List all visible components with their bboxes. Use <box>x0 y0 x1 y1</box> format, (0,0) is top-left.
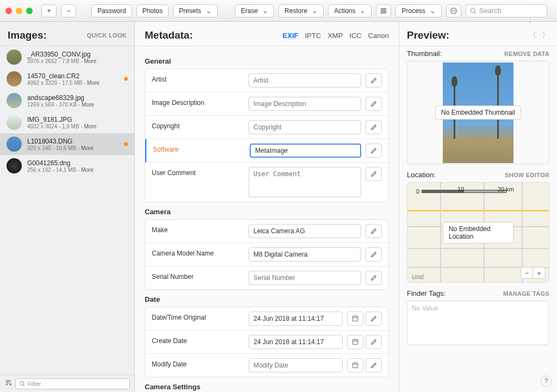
photos-button[interactable]: Photos <box>137 4 169 17</box>
image-list: _AR33950_CONV.jpg 3976 x 2652 - 7,8 MB -… <box>0 46 134 375</box>
field-label-user-comment: User Comment <box>152 167 244 177</box>
filter-placeholder: Filter <box>28 381 41 387</box>
svg-rect-13 <box>352 363 358 368</box>
tab-icc[interactable]: ICC <box>349 32 361 40</box>
zoom-in-button[interactable]: + <box>533 267 545 278</box>
more-link[interactable]: More <box>87 80 100 86</box>
sort-icon[interactable] <box>4 379 12 388</box>
software-input[interactable] <box>250 144 361 158</box>
image-item[interactable]: IMG_9181.JPG 4032 x 3024 - 1,9 MB - More <box>0 111 134 133</box>
edit-icon[interactable] <box>366 167 382 181</box>
model-input[interactable] <box>249 247 361 262</box>
more-link[interactable]: More <box>84 58 97 64</box>
image-meta: 320 x 240 - 10,6 MB - More <box>27 145 128 151</box>
quick-look-button[interactable]: QUICK LOOK <box>87 32 127 39</box>
search-input[interactable]: Search <box>466 4 547 17</box>
calendar-icon[interactable] <box>347 335 363 349</box>
edit-icon[interactable] <box>366 358 382 372</box>
field-label-date-original: Date/Time Original <box>152 312 244 321</box>
filter-input[interactable]: Filter <box>15 378 130 389</box>
add-button[interactable]: + <box>41 4 57 17</box>
image-name: _AR33950_CONV.jpg <box>27 51 128 58</box>
image-name: 14570_clean.CR2 <box>27 72 128 80</box>
restore-dropdown[interactable]: Restore <box>278 4 324 17</box>
svg-point-9 <box>20 381 24 385</box>
edit-icon[interactable] <box>366 271 382 285</box>
zoom-out-button[interactable]: − <box>521 267 533 278</box>
next-icon[interactable]: 〉 <box>542 30 549 40</box>
modify-date-input[interactable] <box>249 358 343 372</box>
remove-button[interactable]: − <box>61 4 76 17</box>
tab-iptc[interactable]: IPTC <box>305 32 321 40</box>
more-button[interactable] <box>446 4 461 17</box>
svg-rect-12 <box>352 340 358 345</box>
copyright-input[interactable] <box>249 120 361 134</box>
more-link[interactable]: More <box>84 123 97 129</box>
search-icon <box>469 7 477 15</box>
close-window-button[interactable] <box>5 8 12 14</box>
edit-icon[interactable] <box>366 335 382 349</box>
tab-canon[interactable]: Canon <box>368 32 389 40</box>
tab-xmp[interactable]: XMP <box>327 32 343 40</box>
process-dropdown[interactable]: Process <box>395 4 441 17</box>
help-button[interactable]: ? <box>541 376 552 387</box>
image-meta: 256 x 192 - 14,1 MB - More <box>27 167 128 173</box>
edit-icon[interactable] <box>366 120 382 134</box>
zoom-window-button[interactable] <box>26 8 33 14</box>
erase-dropdown[interactable]: Erase <box>235 4 274 17</box>
preview-panel: Preview: 〈 〉 Thumbnail: REMOVE DATA No E… <box>399 22 557 392</box>
image-item[interactable]: andscape68329.jpg 1269 x 569 - 370 KB - … <box>0 90 134 111</box>
prev-icon[interactable]: 〈 <box>529 30 536 40</box>
user-comment-input[interactable] <box>249 167 361 197</box>
edit-icon[interactable] <box>366 312 382 326</box>
more-link[interactable]: More <box>81 167 94 173</box>
calendar-icon[interactable] <box>347 312 363 326</box>
edit-icon[interactable] <box>366 224 382 238</box>
map-box[interactable]: 0 10 20 km No Embedded Location Legal − … <box>407 182 549 283</box>
image-meta: 3976 x 2652 - 7,8 MB - More <box>27 58 128 64</box>
more-link[interactable]: More <box>82 102 94 108</box>
actions-dropdown[interactable]: Actions <box>328 4 372 17</box>
search-placeholder: Search <box>479 7 502 15</box>
manage-tags-button[interactable]: MANAGE TAGS <box>503 290 549 297</box>
scale-10: 10 <box>457 186 464 192</box>
make-input[interactable] <box>249 224 361 238</box>
date-original-input[interactable] <box>249 312 343 326</box>
metadata-panel: Metadata: EXIFIPTCXMPICCCanon General Ar… <box>135 22 399 392</box>
image-meta: 1269 x 569 - 370 KB - More <box>27 102 128 108</box>
image-description-input[interactable] <box>249 97 361 111</box>
remove-data-button[interactable]: REMOVE DATA <box>504 51 549 57</box>
field-label-copyright: Copyright <box>152 120 244 130</box>
presets-dropdown[interactable]: Presets <box>173 4 218 17</box>
field-label-create-date: Create Date <box>152 335 244 345</box>
edit-icon[interactable] <box>366 73 382 88</box>
finder-tags-box[interactable]: No Value <box>407 301 549 345</box>
image-item[interactable]: _AR33950_CONV.jpg 3976 x 2652 - 7,8 MB -… <box>0 46 134 68</box>
edit-icon[interactable] <box>366 247 382 262</box>
minimize-window-button[interactable] <box>16 8 22 14</box>
more-link[interactable]: More <box>81 145 94 151</box>
password-button[interactable]: Password <box>91 4 132 17</box>
svg-rect-1 <box>381 10 387 11</box>
map-legal-link[interactable]: Legal <box>412 273 424 279</box>
svg-line-8 <box>474 12 476 14</box>
serial-input[interactable] <box>249 271 361 285</box>
field-label-make: Make <box>152 224 244 234</box>
no-thumbnail-badge: No Embedded Thumbnail <box>435 105 521 120</box>
svg-line-10 <box>23 384 25 386</box>
image-item[interactable]: G0041265.dng 256 x 192 - 14,1 MB - More <box>0 155 134 177</box>
calendar-icon[interactable] <box>347 358 363 372</box>
edit-icon[interactable] <box>366 97 382 111</box>
toggle-button[interactable] <box>376 4 391 17</box>
section-label-general: General <box>145 57 389 65</box>
image-item[interactable]: 14570_clean.CR2 4992 x 3328 - 17,5 MB - … <box>0 68 134 90</box>
thumb-icon <box>7 158 22 173</box>
field-label-modify-date: Modify Date <box>152 358 244 368</box>
edit-icon[interactable] <box>366 144 382 158</box>
show-editor-button[interactable]: SHOW EDITOR <box>505 172 549 178</box>
image-item[interactable]: L1018043.DNG 320 x 240 - 10,6 MB - More <box>0 133 134 155</box>
tab-exif[interactable]: EXIF <box>283 32 299 40</box>
search-icon <box>18 380 26 388</box>
artist-input[interactable] <box>249 73 361 88</box>
create-date-input[interactable] <box>249 335 343 349</box>
